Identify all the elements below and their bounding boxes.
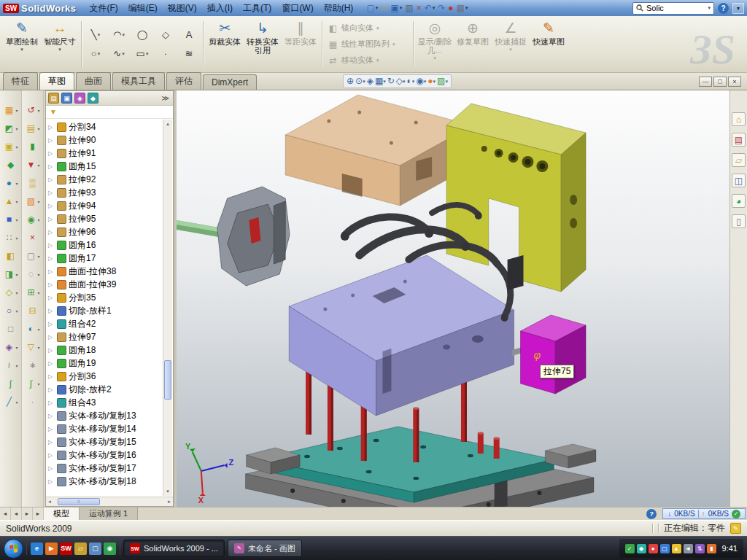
- tool-flyout-button[interactable]: ■▾: [3, 211, 18, 228]
- 3d-model[interactable]: φ Y Z X: [177, 90, 729, 507]
- feature-tree-item[interactable]: ▷圆角19: [48, 357, 161, 370]
- expand-arrow-icon[interactable]: ▷: [48, 439, 55, 446]
- design-library-icon[interactable]: ▤: [732, 133, 746, 147]
- display-icon[interactable]: ▢: [660, 544, 670, 553]
- menu-item[interactable]: 视图(V): [163, 1, 202, 16]
- desktop-icon[interactable]: ▢: [89, 542, 101, 555]
- menu-item[interactable]: 工具(T): [238, 1, 276, 16]
- expand-arrow-icon[interactable]: ▷: [48, 124, 55, 131]
- dropdown-arrow-icon[interactable]: ▾: [58, 47, 61, 52]
- flyout-arrow-icon[interactable]: ▾: [15, 363, 18, 368]
- flyout-arrow-icon[interactable]: ▾: [15, 308, 18, 314]
- expand-arrow-icon[interactable]: ▷: [48, 242, 55, 249]
- expand-arrow-icon[interactable]: ▷: [48, 268, 55, 275]
- flyout-arrow-icon[interactable]: ▾: [37, 381, 39, 386]
- expand-arrow-icon[interactable]: ▷: [48, 465, 55, 472]
- polygon-tool[interactable]: ◇: [154, 26, 177, 44]
- expand-arrow-icon[interactable]: ▷: [48, 426, 55, 432]
- expand-arrow-icon[interactable]: ▷: [48, 190, 55, 196]
- flyout-arrow-icon[interactable]: ▾: [15, 290, 18, 295]
- ribbon-button[interactable]: ▦线性草图阵列▾: [325, 36, 411, 52]
- menu-item[interactable]: 编辑(E): [123, 1, 163, 16]
- tool-flyout-button[interactable]: ⊞▾: [25, 284, 39, 301]
- magenta-insert-block[interactable]: φ: [521, 315, 587, 394]
- tool-flyout-button[interactable]: ∷▾: [3, 229, 18, 246]
- flyout-arrow-icon[interactable]: ▾: [15, 345, 18, 350]
- tool-flyout-button[interactable]: ◇▾: [3, 284, 18, 301]
- ribbon-button[interactable]: ∠快速捕捉▾: [492, 18, 530, 71]
- filter-funnel-icon[interactable]: ▼: [50, 108, 57, 116]
- expand-arrow-icon[interactable]: ▷: [48, 295, 55, 301]
- taskbar-task-button[interactable]: ✎未命名 - 画图: [228, 540, 302, 557]
- circle-tool[interactable]: ○▾: [84, 44, 107, 63]
- feature-tree-item[interactable]: ▷实体-移动/复制17: [48, 462, 161, 475]
- command-tab[interactable]: 评估: [166, 72, 201, 90]
- feature-tree-item[interactable]: ▷实体-移动/复制13: [48, 409, 161, 422]
- tool-flyout-button[interactable]: ▼▾: [25, 156, 39, 174]
- expand-arrow-icon[interactable]: ▷: [48, 281, 55, 288]
- expand-arrow-icon[interactable]: ▷: [48, 478, 55, 485]
- tan-top-plate[interactable]: [285, 95, 473, 206]
- tool-flyout-button[interactable]: ◈▾: [3, 338, 18, 356]
- ribbon-button[interactable]: ◧镜向实体▾: [325, 20, 411, 36]
- expand-arrow-icon[interactable]: ▷: [48, 452, 55, 459]
- feature-tree-item[interactable]: ▷组合42: [48, 317, 161, 330]
- expand-arrow-icon[interactable]: ▷: [48, 400, 55, 406]
- section-view-icon[interactable]: ▦▾: [375, 76, 386, 87]
- flyout-arrow-icon[interactable]: ▾: [15, 236, 18, 241]
- options-icon[interactable]: ▦▾: [455, 1, 470, 15]
- tool-flyout-button[interactable]: ▽▾: [25, 338, 39, 356]
- restore-button[interactable]: □: [713, 77, 727, 87]
- messenger-icon[interactable]: ◉: [104, 542, 116, 555]
- panel-overflow-icon[interactable]: ≫: [162, 94, 171, 102]
- purple-mold-block[interactable]: [289, 255, 533, 416]
- tree-horizontal-scrollbar[interactable]: ◄ ≡ ►: [46, 497, 173, 506]
- new-document-icon[interactable]: ▢▾: [365, 1, 379, 15]
- flyout-arrow-icon[interactable]: ▾: [15, 400, 18, 405]
- tool-flyout-button[interactable]: ▦▾: [3, 101, 18, 119]
- solidworks-resources-icon[interactable]: ⌂: [732, 112, 746, 126]
- command-tab[interactable]: DimXpert: [203, 74, 257, 90]
- ribbon-button[interactable]: ↳转换实体引用: [244, 18, 282, 71]
- dropdown-arrow-icon[interactable]: ▾: [433, 55, 436, 61]
- taskbar-clock[interactable]: 9:41: [722, 544, 738, 553]
- expand-arrow-icon[interactable]: ▷: [48, 386, 55, 393]
- tool-flyout-button[interactable]: ▣▾: [3, 138, 18, 155]
- view-orientation-icon[interactable]: ◇▾: [396, 76, 406, 87]
- dropdown-arrow-icon[interactable]: ▾: [424, 79, 427, 85]
- feature-tree-item[interactable]: ▷切除-放样2: [48, 383, 161, 396]
- dropdown-arrow-icon[interactable]: ▾: [445, 79, 448, 85]
- media-player-icon[interactable]: ▶: [45, 542, 58, 555]
- dropdown-arrow-icon[interactable]: ▾: [376, 5, 379, 11]
- start-button[interactable]: [4, 539, 23, 559]
- scroll-right-icon[interactable]: ►: [167, 499, 171, 504]
- feature-tree-item[interactable]: ▷分割36: [48, 370, 161, 383]
- dimxpertmanager-tab-icon[interactable]: ◆: [88, 93, 98, 104]
- dropdown-arrow-icon[interactable]: ▾: [412, 79, 415, 85]
- feature-tree-item[interactable]: ▷曲面-拉伸38: [48, 265, 161, 278]
- expand-arrow-icon[interactable]: ▷: [48, 347, 55, 354]
- dropdown-arrow-icon[interactable]: ▾: [20, 47, 23, 52]
- rebuild-icon[interactable]: ●: [446, 1, 454, 15]
- dropdown-arrow-icon[interactable]: ▾: [383, 79, 386, 85]
- tool-flyout-button[interactable]: ▧▾: [25, 192, 39, 210]
- tool-flyout-button[interactable]: ▲▾: [3, 192, 18, 210]
- expand-arrow-icon[interactable]: ▷: [48, 150, 55, 157]
- feature-tree-item[interactable]: ▷拉伸92: [48, 173, 161, 186]
- graphics-viewport[interactable]: φ Y Z X 拉伸75: [177, 90, 729, 507]
- flyout-arrow-icon[interactable]: ▾: [37, 290, 39, 295]
- dropdown-arrow-icon[interactable]: ▾: [433, 79, 436, 85]
- doc-nav-button[interactable]: ◄: [0, 508, 11, 520]
- tool-flyout-button[interactable]: ◆: [5, 156, 17, 174]
- feature-tree-item[interactable]: ▷拉伸97: [48, 330, 161, 343]
- zoom-area-icon[interactable]: ⊙▾: [355, 76, 365, 87]
- feature-tree-item[interactable]: ▷分割34: [48, 120, 161, 133]
- apply-scene-icon[interactable]: ▨▾: [437, 76, 448, 87]
- tool-flyout-button[interactable]: ○▾: [3, 302, 18, 319]
- menu-item[interactable]: 帮助(H): [319, 1, 359, 16]
- tool-flyout-button[interactable]: ◐▾: [25, 320, 39, 338]
- scroll-up-icon[interactable]: ▲: [166, 120, 170, 128]
- scroll-down-icon[interactable]: ▼: [166, 487, 170, 496]
- feature-tree-item[interactable]: ▷拉伸94: [48, 199, 161, 212]
- expand-arrow-icon[interactable]: ▷: [48, 321, 55, 327]
